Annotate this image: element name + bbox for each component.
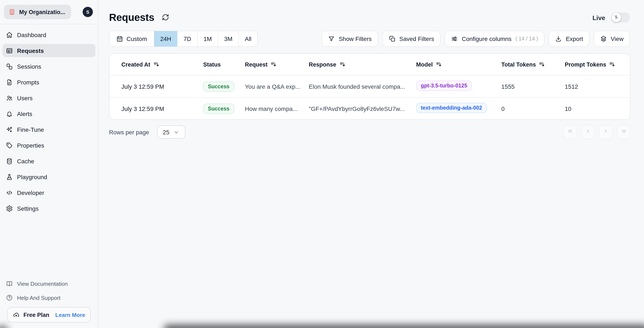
learn-more-link[interactable]: Learn More: [55, 311, 85, 318]
time-range-label: 7D: [184, 35, 191, 42]
cell-total-tokens: 1555: [501, 83, 565, 90]
free-plan-card[interactable]: Free Plan Learn More: [7, 307, 91, 322]
column-header-status[interactable]: Status: [203, 61, 245, 68]
sidebar-item-playground[interactable]: Playground: [2, 170, 96, 184]
configure-columns-count: ( 14 / 14 ): [515, 36, 538, 42]
sidebar-item-label: Settings: [17, 205, 38, 212]
last-page-button[interactable]: [617, 125, 630, 139]
view-documentation-link[interactable]: View Documentation: [2, 279, 96, 288]
cell-model: text-embedding-ada-002: [416, 103, 501, 114]
page-title: Requests: [109, 12, 154, 24]
saved-filters-button[interactable]: Saved Filters: [382, 31, 440, 47]
column-header-model[interactable]: Model: [416, 61, 501, 68]
chevrons-left-icon: [567, 128, 573, 136]
cell-status: Success: [203, 103, 245, 114]
rows-per-page-select[interactable]: 25: [157, 125, 185, 139]
column-label: Model: [416, 61, 433, 68]
sidebar-item-settings[interactable]: Settings: [2, 202, 96, 215]
app-window: My Organizatio... S Dashboard Requests: [0, 0, 644, 328]
sidebar: My Organizatio... S Dashboard Requests: [0, 0, 98, 328]
column-header-total-tokens[interactable]: Total Tokens: [501, 61, 565, 68]
requests-table: Created At Status Request Response Model: [109, 53, 630, 120]
next-page-button[interactable]: [599, 125, 612, 139]
cell-prompt-tokens: 10: [565, 105, 626, 112]
model-badge: text-embedding-ada-002: [416, 103, 487, 113]
sliders-icon: [451, 35, 458, 42]
live-toggle[interactable]: [611, 12, 630, 23]
configure-columns-button[interactable]: Configure columns ( 14 / 14 ): [445, 31, 544, 47]
sessions-icon: [6, 63, 13, 70]
previous-page-button[interactable]: [581, 125, 594, 139]
sidebar-item-developer[interactable]: Developer: [2, 186, 96, 199]
view-label: View: [611, 35, 624, 42]
sidebar-item-alerts[interactable]: Alerts: [2, 107, 96, 120]
sort-icon: [539, 61, 545, 67]
time-range-1m[interactable]: 1M: [197, 31, 218, 47]
sidebar-item-label: Requests: [17, 47, 44, 54]
export-button[interactable]: Export: [549, 31, 590, 47]
sidebar-item-users[interactable]: Users: [2, 91, 96, 104]
export-label: Export: [566, 35, 583, 42]
sidebar-item-sessions[interactable]: Sessions: [2, 60, 96, 73]
sidebar-nav: Dashboard Requests Sessions Prompts: [0, 24, 98, 279]
sort-icon: [436, 61, 442, 67]
status-badge: Success: [203, 81, 234, 91]
sidebar-item-cache[interactable]: Cache: [2, 154, 96, 168]
book-open-icon: [6, 280, 13, 287]
cloud-upload-icon: [13, 311, 20, 318]
chevrons-right-icon: [620, 128, 627, 136]
sidebar-item-requests[interactable]: Requests: [2, 44, 96, 57]
sidebar-item-label: Alerts: [17, 110, 32, 117]
view-button[interactable]: View: [594, 31, 630, 47]
column-label: Response: [309, 61, 336, 68]
sort-icon: [271, 61, 277, 67]
cell-request: How many compa...: [245, 105, 309, 112]
bolt-slash-icon: [614, 14, 619, 21]
table-row[interactable]: July 3 12:59 PM Success You are a Q&A ex…: [110, 75, 630, 97]
time-range-label: Custom: [126, 35, 147, 42]
table-row[interactable]: July 3 12:59 PM Success How many compa..…: [110, 97, 630, 119]
view-documentation-label: View Documentation: [17, 280, 68, 287]
sparkles-icon: [6, 126, 13, 133]
cell-prompt-tokens: 1512: [565, 83, 626, 90]
column-header-request[interactable]: Request: [245, 61, 309, 68]
building-icon: [8, 9, 15, 15]
rows-per-page-label: Rows per page: [109, 129, 149, 135]
gear-icon: [6, 205, 13, 212]
chevron-down-icon: [173, 129, 180, 135]
live-toggle-group: Live: [592, 12, 630, 23]
sidebar-item-fine-tune[interactable]: Fine-Tune: [2, 123, 96, 136]
sidebar-item-dashboard[interactable]: Dashboard: [2, 28, 96, 41]
sidebar-item-label: Dashboard: [17, 31, 46, 38]
help-circle-icon: [6, 294, 13, 301]
column-header-prompt-tokens[interactable]: Prompt Tokens: [565, 61, 626, 68]
live-toggle-knob: [612, 13, 621, 22]
column-label: Created At: [122, 61, 150, 68]
column-header-response[interactable]: Response: [309, 61, 416, 68]
time-range-24h[interactable]: 24H: [154, 31, 177, 47]
time-range-group: Custom 24H 7D 1M 3M All: [109, 31, 258, 47]
sidebar-item-prompts[interactable]: Prompts: [2, 76, 96, 89]
sort-icon: [153, 61, 159, 67]
org-name: My Organizatio...: [19, 9, 65, 15]
time-range-label: 1M: [204, 35, 212, 42]
time-range-label: All: [245, 35, 251, 42]
show-filters-button[interactable]: Show Filters: [322, 31, 378, 47]
time-range-3m[interactable]: 3M: [218, 31, 238, 47]
copy-icon: [389, 35, 396, 42]
time-range-7d[interactable]: 7D: [177, 31, 197, 47]
cell-status: Success: [203, 81, 245, 91]
database-icon: [6, 157, 13, 165]
cell-response: "GF+/PAvdYbyrrGo8yFz6vleSU7w...: [309, 105, 416, 112]
sidebar-item-properties[interactable]: Properties: [2, 139, 96, 152]
help-and-support-link[interactable]: Help And Support: [2, 293, 96, 302]
column-header-created-at[interactable]: Created At: [122, 61, 203, 68]
user-avatar[interactable]: S: [83, 7, 93, 17]
first-page-button[interactable]: [563, 125, 577, 139]
org-selector[interactable]: My Organizatio...: [4, 5, 71, 19]
time-range-label: 3M: [224, 35, 232, 42]
time-range-all[interactable]: All: [238, 31, 257, 47]
sort-icon: [339, 61, 345, 67]
time-range-custom[interactable]: Custom: [110, 31, 154, 47]
refresh-button[interactable]: [162, 14, 170, 21]
